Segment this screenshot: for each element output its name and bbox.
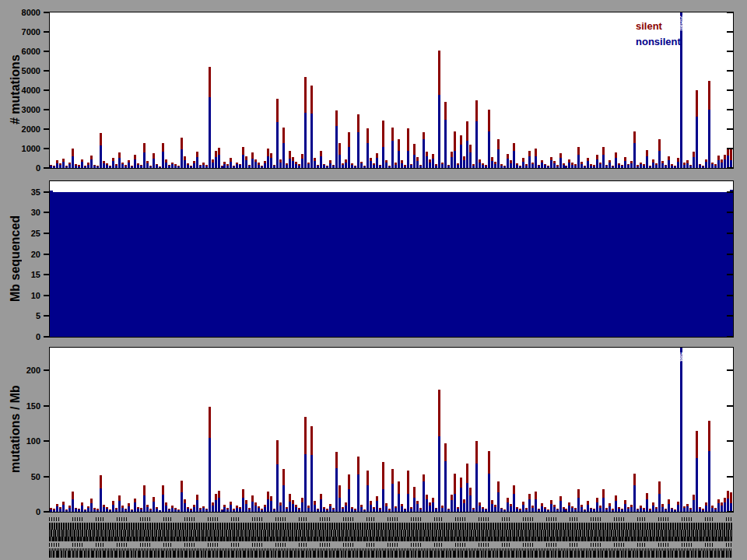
y-tick bbox=[727, 274, 733, 275]
y-tick bbox=[44, 31, 49, 33]
bars-num-mutations bbox=[50, 12, 733, 168]
y-tick-label: 5 bbox=[6, 312, 40, 320]
y-tick bbox=[727, 51, 733, 52]
y-tick bbox=[727, 128, 733, 130]
y-tick bbox=[44, 167, 49, 169]
y-tick bbox=[44, 405, 49, 407]
panel-mb-sequenced: 05101520253035 bbox=[49, 180, 734, 338]
y-tick-label: 200 bbox=[6, 366, 40, 375]
y-tick-label: 0 bbox=[6, 164, 40, 173]
y-tick bbox=[727, 369, 733, 371]
y-tick bbox=[727, 212, 733, 213]
y-tick bbox=[727, 31, 733, 33]
y-tick bbox=[727, 109, 733, 110]
y-tick bbox=[727, 315, 733, 317]
x-labels-texture-row bbox=[49, 530, 732, 537]
y-tick bbox=[44, 70, 49, 72]
y-tick bbox=[44, 295, 49, 296]
y-tick bbox=[727, 233, 733, 234]
y-tick bbox=[727, 511, 733, 513]
y-tick-label: 5000 bbox=[6, 67, 40, 75]
y-tick bbox=[727, 476, 733, 478]
y-tick bbox=[44, 440, 49, 442]
y-tick-label: 35 bbox=[6, 188, 40, 197]
y-tick-label: 4000 bbox=[6, 86, 40, 95]
y-tick-label: 3000 bbox=[6, 106, 40, 114]
y-tick-label: 2000 bbox=[6, 125, 40, 134]
y-tick-label: 50 bbox=[6, 473, 40, 481]
y-tick bbox=[727, 405, 733, 407]
bars-mb-sequenced bbox=[50, 181, 733, 337]
mutation-rate-figure: # mutations Mb sequenced mutations / Mb … bbox=[0, 0, 747, 560]
y-tick bbox=[727, 254, 733, 255]
y-tick bbox=[727, 295, 733, 296]
y-tick bbox=[44, 254, 49, 255]
y-tick-label: 25 bbox=[6, 229, 40, 238]
y-tick bbox=[44, 233, 49, 234]
overflow-value-label-rate: 588 bbox=[679, 352, 684, 362]
y-tick bbox=[44, 128, 49, 130]
y-tick bbox=[44, 51, 49, 52]
y-tick bbox=[44, 336, 49, 338]
y-tick bbox=[44, 212, 49, 213]
y-tick bbox=[44, 12, 49, 13]
y-tick bbox=[44, 109, 49, 110]
y-tick bbox=[727, 148, 733, 149]
x-labels-texture-row bbox=[49, 551, 732, 558]
y-tick-label: 6000 bbox=[6, 47, 40, 56]
x-labels-texture-row bbox=[49, 523, 732, 530]
y-tick bbox=[44, 476, 49, 478]
bars-mutations-per-mb bbox=[50, 348, 733, 512]
y-tick bbox=[727, 70, 733, 72]
y-tick-label: 8000 bbox=[6, 9, 40, 17]
y-tick bbox=[727, 440, 733, 442]
panel-num-mutations: silent nonsilent 20580 01000200030004000… bbox=[49, 12, 734, 169]
y-tick bbox=[727, 12, 733, 13]
y-tick-label: 20 bbox=[6, 250, 40, 259]
y-tick bbox=[727, 167, 733, 169]
y-tick bbox=[727, 89, 733, 91]
y-tick bbox=[44, 511, 49, 513]
y-tick-label: 1000 bbox=[6, 145, 40, 153]
y-tick bbox=[44, 369, 49, 371]
y-tick bbox=[727, 336, 733, 338]
y-tick-label: 30 bbox=[6, 208, 40, 217]
y-tick-label: 100 bbox=[6, 437, 40, 446]
y-tick bbox=[44, 89, 49, 91]
panel-mutations-per-mb: 588 050100150200 bbox=[49, 347, 734, 513]
y-tick bbox=[44, 191, 49, 193]
y-tick-label: 0 bbox=[6, 333, 40, 341]
y-tick bbox=[44, 148, 49, 149]
overflow-value-label-mutations: 20580 bbox=[679, 16, 684, 30]
y-tick-label: 15 bbox=[6, 271, 40, 279]
x-axis-sample-labels bbox=[49, 514, 732, 560]
y-tick bbox=[44, 274, 49, 275]
y-tick-label: 7000 bbox=[6, 28, 40, 37]
y-tick bbox=[727, 191, 733, 193]
y-tick-label: 0 bbox=[6, 508, 40, 516]
y-tick-label: 150 bbox=[6, 402, 40, 411]
y-tick bbox=[44, 315, 49, 317]
y-tick-label: 10 bbox=[6, 292, 40, 300]
